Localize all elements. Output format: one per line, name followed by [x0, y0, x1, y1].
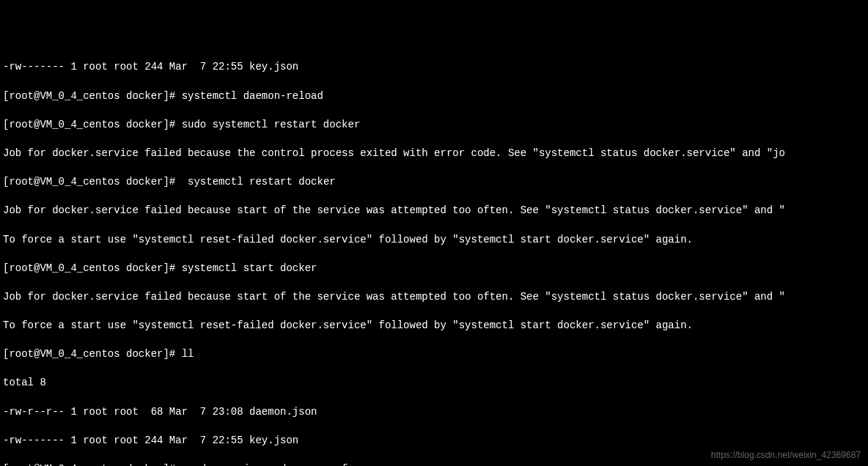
command: mv daemon.json daemon.conf: [182, 463, 348, 466]
prompt: [root@VM_0_4_centos docker]#: [3, 119, 182, 130]
terminal-line: [root@VM_0_4_centos docker]# systemctl s…: [3, 262, 865, 276]
file-line: -rw-r--r-- 1 root root 68 Mar 7 23:08 da…: [3, 405, 865, 420]
error-line: Job for docker.service failed because st…: [3, 204, 865, 218]
file-line: -rw------- 1 root root 244 Mar 7 22:55 k…: [3, 434, 865, 448]
terminal-line: [root@VM_0_4_centos docker]# ll: [3, 347, 865, 362]
terminal-line: [root@VM_0_4_centos docker]# sudo system…: [3, 118, 865, 133]
prompt: [root@VM_0_4_centos docker]#: [3, 176, 188, 188]
watermark-text: https://blog.csdn.net/weixin_42369687: [711, 449, 861, 462]
command: systemctl restart docker: [188, 176, 336, 188]
command: systemctl start docker: [182, 262, 317, 274]
error-line: To force a start use "systemctl reset-fa…: [3, 233, 865, 248]
terminal-line: [root@VM_0_4_centos docker]# mv daemon.j…: [3, 462, 865, 466]
command: sudo systemctl restart docker: [182, 119, 361, 130]
terminal-line: [root@VM_0_4_centos docker]# systemctl d…: [3, 89, 865, 104]
prompt: [root@VM_0_4_centos docker]#: [3, 90, 182, 102]
prompt: [root@VM_0_4_centos docker]#: [3, 348, 182, 360]
prompt: [root@VM_0_4_centos docker]#: [3, 463, 182, 466]
error-line: To force a start use "systemctl reset-fa…: [3, 319, 865, 333]
error-line: Job for docker.service failed because th…: [3, 147, 865, 161]
terminal-line: [root@VM_0_4_centos docker]# systemctl r…: [3, 175, 865, 190]
prompt: [root@VM_0_4_centos docker]#: [3, 262, 182, 274]
output-line: total 8: [3, 376, 865, 391]
command: systemctl daemon-reload: [182, 90, 323, 102]
error-line: Job for docker.service failed because st…: [3, 290, 865, 305]
terminal-line: -rw------- 1 root root 244 Mar 7 22:55 k…: [3, 60, 865, 75]
command: ll: [182, 348, 194, 360]
